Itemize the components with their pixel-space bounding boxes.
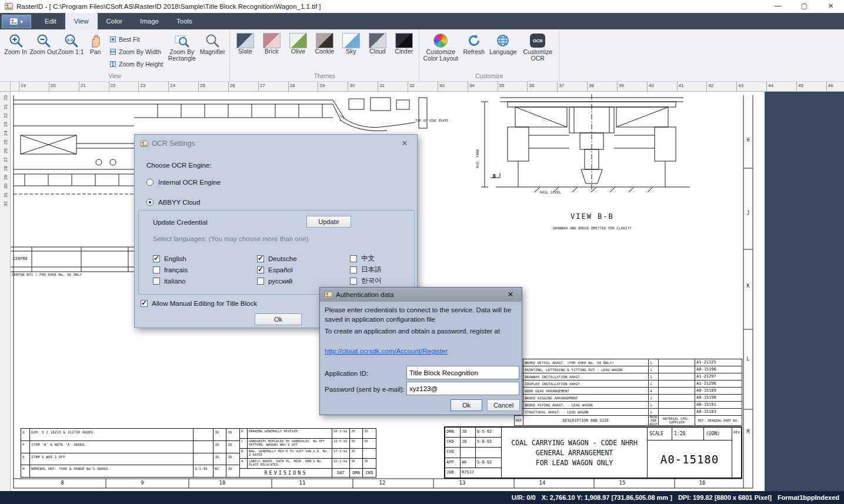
zoom-by-rectangle-button[interactable]: Zoom By Rectangle [166,31,197,62]
view-group-content: Zoom In Zoom Out 1:1 Zoom 1:1 [2,31,228,72]
parts-row: 8PAINTING, LETTERING & FITTING OUT - LEA… [515,366,742,373]
checkbox-checked-icon[interactable] [257,266,264,273]
close-icon[interactable]: ✕ [504,289,517,301]
ruler-number: 31 [378,82,408,91]
ruler-number: 28 [0,166,10,171]
app-logo-icon [5,3,13,10]
theme-cinder-button[interactable]: Cinder [391,31,417,55]
refresh-button[interactable]: Refresh [460,31,488,55]
revision-row: CHANDGRIPS REPLACED BY HANDHOLDS. No OFF… [240,439,376,449]
radio-selected-icon[interactable] [146,199,154,206]
app-menu-button[interactable]: ▾ [2,15,31,28]
auth-dialog-titlebar[interactable]: Authentication data ✕ [320,288,522,302]
abbyy-cloud-radio[interactable]: ABBYY Cloud [146,197,200,208]
zoom-1-1-button[interactable]: 1:1 Zoom 1:1 [57,31,85,55]
checkbox-checked-icon[interactable] [257,255,264,262]
close-button[interactable]: ✕ [818,0,844,13]
ruler-number: 39 [617,82,647,91]
auth-cancel-button[interactable]: Cancel [487,399,520,411]
radio-icon[interactable] [146,179,154,186]
zoom-by-width-button[interactable]: Zoom By Width [106,45,166,58]
ruler-number: 32 [408,82,438,91]
revisions-table: GDIM. 5 I 18215 & J12730 ADDED.JDJD FITE… [21,428,376,478]
checkbox-icon[interactable] [350,266,357,273]
maximize-button[interactable]: ▢ [791,0,818,13]
ruler-number: 28 [288,82,318,91]
checkbox-icon[interactable] [257,278,264,285]
lang-deutsche-checkbox[interactable]: Deutsche [257,253,350,264]
revisions-left: GDIM. 5 I 18215 & J12730 ADDED.JDJD FITE… [21,429,240,477]
update-button[interactable]: Update [306,216,351,228]
ocr-dialog-titlebar[interactable]: OCR Settings ✕ [135,135,417,152]
zoom-in-button[interactable]: Zoom In [2,31,29,55]
title-bar[interactable]: RasterID - [ C:\Program Files\CSoft AS\R… [0,0,844,13]
ocr-icon: OCR [530,32,545,49]
lang-russian-checkbox[interactable]: русский [257,275,350,286]
zoom-out-button[interactable]: Zoom Out [29,31,57,55]
theme-cloud-button[interactable]: Cloud [364,31,391,55]
allow-manual-editing-checkbox[interactable]: Allow Manual Editing for Title Block [141,300,257,307]
lang-english-checkbox[interactable]: English [153,253,257,264]
border-letter: J [743,176,753,249]
window-controls: — ▢ ✕ [765,0,844,13]
parts-row: 2STRUCTURAL ARRGT. - LEAD WAGON1A0-15183 [515,408,742,415]
drawing-title: COAL CARRYING WAGON - CODE NHRH GENERAL … [502,428,648,478]
minimize-button[interactable]: — [765,0,791,13]
checkbox-checked-icon[interactable] [141,300,148,307]
internal-engine-radio[interactable]: Internal OCR Engine [146,177,221,188]
register-link[interactable]: http://cloud.ocrsdk.com/Account/Register [325,348,448,355]
status-bar: U/R: 0/0 X: 2,766.10 Y: 1,908.97 [731.86… [0,491,844,504]
theme-cookie-button[interactable]: Cookie [311,31,338,55]
checkbox-icon[interactable] [350,278,357,285]
pan-button[interactable]: Pan [85,31,106,55]
lang-francais-checkbox[interactable]: français [153,264,257,275]
tab-color[interactable]: Color [98,13,131,29]
lang-japanese-checkbox[interactable]: 日本語 [350,264,382,275]
tab-view[interactable]: View [65,13,98,29]
parts-row: 3BRAKE PIPING ARRGT. - LEAD WAGON1A0-151… [515,401,742,408]
ruler-number: 38 [587,82,617,91]
lang-italiano-checkbox[interactable]: italiano [153,275,257,286]
theme-slate-button[interactable]: Slate [232,31,258,55]
dialog-icon [141,141,148,147]
close-icon[interactable]: ✕ [398,138,411,149]
theme-brick-button[interactable]: Brick [258,31,285,55]
view-b-b-label: VIEW B-B [571,212,614,221]
revisions-header-row: REVISIONS DAT DRN CKD [240,469,376,477]
best-fit-icon [109,36,116,43]
ruler-number: 20 [49,82,79,91]
customize-group-label: Customize [421,72,557,81]
language-button[interactable]: Language [488,31,518,55]
tab-tools[interactable]: Tools [168,13,201,29]
credentials-groupbox: Update Credential Update Select language… [138,210,415,295]
ocr-ok-button[interactable]: Ok [255,313,302,325]
ruler-number: 22 [109,82,139,91]
customize-color-layout-button[interactable]: Customize Color Layout [421,31,460,62]
ruler-number: 30 [348,82,378,91]
magnifier-button[interactable]: Magnifier [197,31,228,55]
zoom-by-height-button[interactable]: Zoom By Height [106,58,166,70]
lang-espanol-checkbox[interactable]: Español [257,264,350,275]
theme-sky-button[interactable]: Sky [338,31,364,55]
ruler-number: 35 [498,82,528,91]
parts-row: 7DRAWBAR INSTALLATION ARRGT.1A1-21297 [515,373,742,380]
ruler-number: 32 [0,201,10,206]
ruler-number: 21 [0,104,10,109]
auth-ok-button[interactable]: Ok [451,399,482,411]
customize-ocr-button[interactable]: OCR Customize OCR [518,31,557,62]
checkbox-checked-icon[interactable] [153,255,160,262]
ruler-number: 27 [258,82,288,91]
tab-image[interactable]: Image [131,13,168,29]
password-input[interactable] [406,382,519,395]
checkbox-icon[interactable] [350,255,357,262]
tab-edit[interactable]: Edit [36,13,65,29]
lang-korean-checkbox[interactable]: 한국어 [350,275,382,286]
grid-number: 10 [182,480,262,488]
lang-chinese-checkbox[interactable]: 中文 [350,253,382,264]
checkbox-icon[interactable] [153,278,160,285]
application-id-input[interactable] [406,366,519,379]
ruler-number: 24 [0,131,10,136]
checkbox-icon[interactable] [153,266,160,273]
theme-olive-button[interactable]: Olive [285,31,311,55]
best-fit-button[interactable]: Best Fit [106,33,166,45]
